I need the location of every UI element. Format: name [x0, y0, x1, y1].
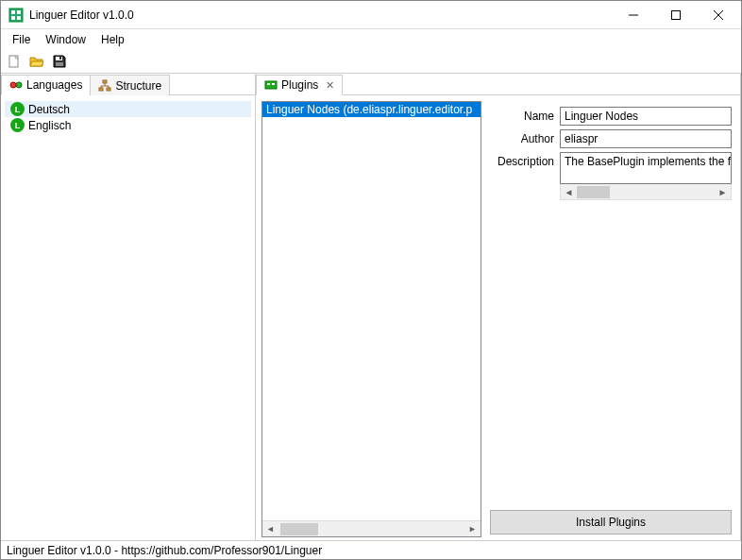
language-tree[interactable]: L Deutsch L Englisch: [1, 95, 255, 540]
plugin-row-label: Linguer Nodes (de.eliaspr.linguer.editor…: [266, 103, 472, 116]
svg-rect-12: [59, 57, 61, 59]
tab-languages-label: Languages: [26, 78, 82, 92]
window-title: Linguer Editor v1.0.0: [29, 8, 612, 22]
scroll-left-arrow[interactable]: ◄: [262, 521, 278, 537]
author-label: Author: [490, 129, 554, 145]
tree-item[interactable]: L Deutsch: [5, 101, 251, 117]
scroll-right-arrow[interactable]: ►: [715, 184, 731, 199]
menu-help[interactable]: Help: [93, 31, 132, 48]
tab-structure-label: Structure: [115, 79, 161, 93]
menu-file[interactable]: File: [5, 31, 38, 48]
plugin-list[interactable]: Linguer Nodes (de.eliaspr.linguer.editor…: [261, 101, 481, 537]
titlebar: Linguer Editor v1.0.0: [1, 1, 741, 29]
tab-structure[interactable]: Structure: [90, 75, 170, 95]
menubar: File Window Help: [1, 29, 741, 50]
app-icon: [8, 8, 24, 23]
new-file-button[interactable]: [5, 52, 24, 71]
open-file-button[interactable]: [27, 52, 46, 71]
left-tab-strip: Languages Structure: [1, 74, 255, 95]
plugin-list-hscrollbar[interactable]: ◄ ►: [262, 520, 481, 536]
structure-tab-icon: [98, 79, 111, 93]
svg-rect-15: [103, 80, 107, 83]
window-controls: [612, 1, 739, 28]
save-file-button[interactable]: [50, 52, 69, 71]
svg-rect-11: [56, 62, 63, 66]
scroll-left-arrow[interactable]: ◄: [561, 184, 577, 199]
tree-item-label: Deutsch: [28, 103, 70, 116]
maximize-button[interactable]: [654, 1, 697, 28]
name-field[interactable]: [560, 107, 732, 126]
plugins-tab-icon: [264, 78, 278, 92]
description-field[interactable]: [560, 152, 732, 184]
svg-rect-23: [267, 83, 270, 85]
tree-item-label: Englisch: [28, 119, 71, 132]
center-tab-strip: Plugins ✕: [256, 74, 740, 95]
svg-rect-3: [11, 16, 15, 20]
svg-point-14: [16, 82, 22, 88]
language-icon: L: [10, 102, 25, 116]
scroll-right-arrow[interactable]: ►: [464, 521, 481, 537]
svg-rect-24: [272, 83, 275, 85]
minimize-button[interactable]: [612, 1, 654, 28]
center-body: Linguer Nodes (de.eliaspr.linguer.editor…: [256, 95, 740, 540]
svg-rect-1: [11, 10, 15, 14]
statusbar-text: Linguer Editor v1.0.0 - https://github.c…: [7, 544, 322, 557]
scroll-thumb[interactable]: [577, 186, 610, 198]
details-pane: Name Author Description ◄ ►: [487, 101, 737, 537]
tree-item[interactable]: L Englisch: [5, 117, 251, 133]
plugin-row[interactable]: Linguer Nodes (de.eliaspr.linguer.editor…: [262, 102, 481, 117]
svg-point-13: [10, 82, 16, 88]
tab-languages[interactable]: Languages: [1, 75, 91, 95]
statusbar: Linguer Editor v1.0.0 - https://github.c…: [1, 540, 741, 559]
center-pane: Plugins ✕ Linguer Nodes (de.eliaspr.ling…: [256, 74, 741, 540]
svg-rect-4: [17, 16, 21, 20]
tab-plugins[interactable]: Plugins ✕: [256, 75, 343, 95]
close-tab-icon[interactable]: ✕: [326, 79, 334, 92]
svg-rect-2: [17, 10, 21, 14]
svg-rect-6: [671, 10, 680, 19]
left-pane: Languages Structure L Deutsch L Englisch: [1, 74, 256, 540]
author-field[interactable]: [560, 129, 732, 148]
svg-rect-17: [107, 88, 110, 91]
install-plugins-button[interactable]: Install Plugins: [490, 510, 732, 535]
close-button[interactable]: [697, 1, 739, 28]
main-area: Languages Structure L Deutsch L Englisch: [1, 74, 741, 540]
description-hscrollbar[interactable]: ◄ ►: [560, 184, 732, 200]
description-label: Description: [490, 152, 554, 168]
scroll-thumb[interactable]: [280, 523, 318, 535]
svg-rect-16: [99, 88, 103, 91]
svg-rect-22: [265, 81, 277, 89]
languages-tab-icon: [9, 78, 23, 92]
name-label: Name: [490, 107, 554, 123]
tab-plugins-label: Plugins: [281, 78, 318, 92]
language-icon: L: [10, 118, 25, 132]
toolbar: [1, 50, 741, 74]
menu-window[interactable]: Window: [38, 31, 93, 48]
